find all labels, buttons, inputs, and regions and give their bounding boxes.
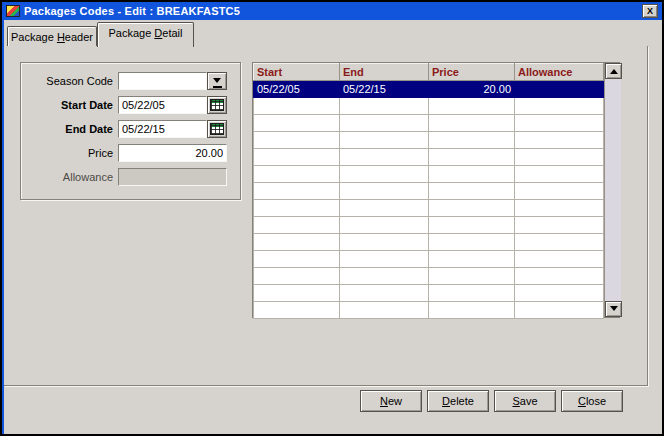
cell-end[interactable] <box>340 285 429 302</box>
cell-end[interactable] <box>340 302 429 319</box>
button-label-part: ew <box>388 395 402 407</box>
cell-start[interactable] <box>254 115 340 132</box>
cell-end[interactable] <box>340 217 429 234</box>
cell-start[interactable] <box>254 234 340 251</box>
cell-allowance[interactable] <box>515 234 604 251</box>
cell-allowance[interactable] <box>515 268 604 285</box>
arrow-up-icon <box>610 65 618 74</box>
cell-price[interactable] <box>429 217 515 234</box>
cell-end[interactable] <box>340 200 429 217</box>
cell-start[interactable] <box>254 149 340 166</box>
price-label: Price <box>21 147 113 159</box>
cell-allowance[interactable] <box>515 98 604 115</box>
cell-price[interactable] <box>429 183 515 200</box>
table-row[interactable] <box>254 234 604 251</box>
cell-start[interactable] <box>254 251 340 268</box>
cell-allowance[interactable] <box>515 285 604 302</box>
cell-price[interactable] <box>429 98 515 115</box>
cell-allowance[interactable] <box>515 200 604 217</box>
cell-start[interactable] <box>254 166 340 183</box>
price-input[interactable] <box>118 144 227 162</box>
col-header-start[interactable]: Start <box>254 64 340 81</box>
cell-start[interactable] <box>254 268 340 285</box>
table-row[interactable] <box>254 149 604 166</box>
table-row[interactable] <box>254 183 604 200</box>
cell-price[interactable] <box>429 268 515 285</box>
col-header-end[interactable]: End <box>340 64 429 81</box>
cell-price[interactable] <box>429 234 515 251</box>
col-header-allowance[interactable]: Allowance <box>515 64 604 81</box>
cell-start[interactable] <box>254 200 340 217</box>
end-date-label: End Date <box>21 123 113 135</box>
cell-end[interactable] <box>340 166 429 183</box>
cell-start[interactable]: 05/22/05 <box>254 81 340 98</box>
cell-allowance[interactable] <box>515 166 604 183</box>
cell-allowance[interactable] <box>515 81 604 98</box>
cell-start[interactable] <box>254 302 340 319</box>
cell-price[interactable] <box>429 200 515 217</box>
new-button[interactable]: New <box>360 390 422 412</box>
scroll-down-button[interactable] <box>605 301 622 317</box>
start-date-input[interactable] <box>118 96 207 114</box>
cell-start[interactable] <box>254 132 340 149</box>
table-row[interactable] <box>254 268 604 285</box>
cell-price[interactable] <box>429 285 515 302</box>
cell-price[interactable] <box>429 149 515 166</box>
cell-end[interactable]: 05/22/15 <box>340 81 429 98</box>
cell-price[interactable] <box>429 132 515 149</box>
cell-allowance[interactable] <box>515 183 604 200</box>
cell-end[interactable] <box>340 115 429 132</box>
tab-package-detail[interactable]: Package Detail <box>97 22 194 47</box>
cell-price[interactable] <box>429 251 515 268</box>
cell-price[interactable] <box>429 166 515 183</box>
close-button[interactable]: Close <box>561 390 623 412</box>
package-detail-page: Season Code Start Date End Date <box>4 46 648 386</box>
cell-end[interactable] <box>340 268 429 285</box>
table-row[interactable]: 05/22/0505/22/1520.00 <box>254 81 604 98</box>
close-icon[interactable]: X <box>642 4 658 18</box>
table-row[interactable] <box>254 166 604 183</box>
season-code-lov-button[interactable] <box>207 72 227 90</box>
cell-allowance[interactable] <box>515 302 604 319</box>
calendar-icon <box>210 123 224 135</box>
table-row[interactable] <box>254 251 604 268</box>
cell-end[interactable] <box>340 183 429 200</box>
save-button[interactable]: Save <box>494 390 556 412</box>
cell-end[interactable] <box>340 251 429 268</box>
table-row[interactable] <box>254 98 604 115</box>
cell-price[interactable] <box>429 115 515 132</box>
titlebar[interactable]: Packages Codes - Edit : BREAKFASTC5 X <box>2 2 662 20</box>
cell-allowance[interactable] <box>515 132 604 149</box>
table-row[interactable] <box>254 217 604 234</box>
table-row[interactable] <box>254 132 604 149</box>
detail-table: Start End Price Allowance 05/22/0505/22/… <box>253 63 604 319</box>
season-code-input[interactable] <box>118 72 207 90</box>
button-label-part: ave <box>520 395 538 407</box>
cell-start[interactable] <box>254 285 340 302</box>
delete-button[interactable]: Delete <box>427 390 489 412</box>
cell-start[interactable] <box>254 217 340 234</box>
table-row[interactable] <box>254 285 604 302</box>
cell-allowance[interactable] <box>515 149 604 166</box>
cell-end[interactable] <box>340 149 429 166</box>
table-row[interactable] <box>254 115 604 132</box>
cell-allowance[interactable] <box>515 115 604 132</box>
cell-end[interactable] <box>340 98 429 115</box>
vertical-scrollbar[interactable] <box>604 63 621 317</box>
tab-package-header[interactable]: Package Header <box>7 26 97 46</box>
cell-start[interactable] <box>254 98 340 115</box>
cell-price[interactable] <box>429 302 515 319</box>
table-row[interactable] <box>254 302 604 319</box>
start-date-calendar-button[interactable] <box>207 96 227 114</box>
cell-allowance[interactable] <box>515 217 604 234</box>
cell-start[interactable] <box>254 183 340 200</box>
table-row[interactable] <box>254 200 604 217</box>
col-header-price[interactable]: Price <box>429 64 515 81</box>
end-date-calendar-button[interactable] <box>207 120 227 138</box>
scroll-up-button[interactable] <box>605 63 622 79</box>
cell-allowance[interactable] <box>515 251 604 268</box>
cell-end[interactable] <box>340 234 429 251</box>
end-date-input[interactable] <box>118 120 207 138</box>
cell-end[interactable] <box>340 132 429 149</box>
cell-price[interactable]: 20.00 <box>429 81 515 98</box>
